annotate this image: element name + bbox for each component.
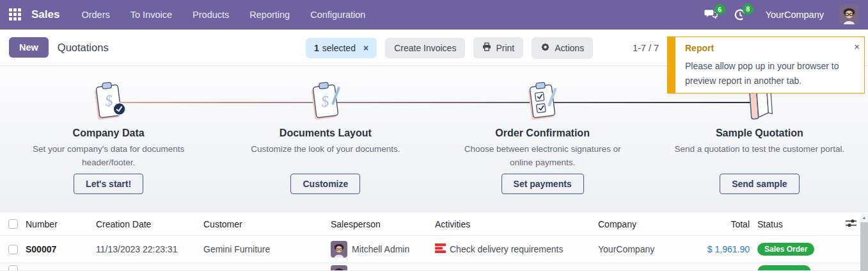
step-title: Company Data: [73, 127, 145, 139]
step-description: Set your company's data for documents he…: [22, 143, 196, 170]
clipboard-dollar-check-icon: $: [90, 80, 128, 122]
gear-icon: [541, 42, 550, 54]
column-header-total[interactable]: Total: [704, 219, 750, 229]
column-header-creation-date[interactable]: Creation Date: [96, 219, 203, 229]
onboarding-step-order-confirmation: Order Confirmation Choose between electr…: [434, 66, 651, 213]
new-button[interactable]: New: [9, 37, 49, 58]
send-sample-button[interactable]: Send sample: [720, 174, 799, 194]
column-header-salesperson[interactable]: Salesperson: [331, 219, 435, 229]
print-button[interactable]: Print: [473, 37, 523, 58]
column-header-status[interactable]: Status: [750, 219, 846, 229]
set-payments-button[interactable]: Set payments: [501, 174, 584, 194]
cell-customer: Gemini Furniture: [203, 244, 331, 254]
actions-label: Actions: [555, 43, 584, 53]
status-badge: Sales Order: [757, 243, 814, 256]
nav-item-configuration[interactable]: Configuration: [310, 10, 365, 20]
clipboard-dollar-pencil-icon: $: [306, 80, 345, 122]
customize-button[interactable]: Customize: [290, 174, 360, 194]
cell-activity: Check delivery requirements: [450, 244, 563, 254]
select-all-checkbox[interactable]: [8, 219, 18, 229]
messages-icon[interactable]: 6: [704, 8, 718, 21]
step-description: Choose between electronic signatures or …: [455, 143, 629, 170]
onboarding-step-company-data: $ Company Data Set your company's data f…: [0, 66, 217, 213]
lets-start-button[interactable]: Let's start!: [74, 174, 143, 194]
toast-accent-bar: [668, 37, 675, 93]
messages-count-badge: 6: [714, 4, 725, 15]
print-label: Print: [496, 43, 514, 53]
nav-item-reporting[interactable]: Reporting: [249, 10, 290, 20]
optional-columns-icon[interactable]: [846, 218, 856, 230]
step-title: Sample Quotation: [716, 127, 803, 139]
scrollbar-thumb[interactable]: [860, 222, 868, 271]
status-badge: [757, 265, 811, 271]
step-description: Customize the look of your documents.: [251, 143, 400, 170]
pager[interactable]: 1-7 / 7: [633, 29, 659, 66]
column-header-number[interactable]: Number: [26, 219, 96, 229]
step-title: Documents Layout: [280, 127, 372, 139]
cell-number: S00007: [26, 244, 96, 254]
table-row-s00007[interactable]: S00007 11/13/2023 22:23:31 Gemini Furnit…: [0, 236, 868, 263]
cell-company: YourCompany: [598, 244, 704, 254]
page-title-breadcrumb: Quotations: [58, 42, 109, 54]
user-avatar[interactable]: [839, 4, 859, 24]
nav-item-products[interactable]: Products: [193, 10, 229, 20]
vertical-scrollbar[interactable]: ▲: [860, 213, 868, 271]
clipboard-checklist-icon: [523, 80, 562, 122]
row-checkbox[interactable]: [8, 265, 18, 271]
nav-item-orders[interactable]: Orders: [81, 10, 109, 20]
cell-total: $ 1,961.90: [704, 244, 750, 254]
top-navbar: Sales Orders To Invoice Products Reporti…: [0, 0, 868, 29]
company-switcher[interactable]: YourCompany: [766, 10, 824, 20]
clear-selection-icon[interactable]: ×: [363, 44, 368, 53]
onboarding-step-documents-layout: $ Documents Layout Customize the look of…: [217, 66, 434, 213]
actions-button[interactable]: Actions: [532, 37, 593, 59]
row-checkbox[interactable]: [8, 245, 18, 254]
column-header-company[interactable]: Company: [598, 219, 704, 229]
table-row-partial[interactable]: [0, 263, 868, 271]
toast-close-icon[interactable]: ×: [854, 42, 860, 51]
salesperson-avatar: [331, 241, 347, 258]
report-toast: Report Please allow pop up in your brows…: [667, 37, 865, 94]
selection-count: 1: [314, 43, 319, 53]
step-description: Send a quotation to test the customer po…: [675, 143, 845, 170]
selection-badge: 1 selected ×: [306, 38, 377, 58]
toast-message: Please allow pop up in your browser to p…: [685, 59, 859, 88]
scroll-up-icon[interactable]: ▲: [860, 213, 868, 220]
table-header-row: Number Creation Date Customer Salesperso…: [0, 213, 868, 236]
activities-clock-icon[interactable]: 8: [734, 8, 746, 21]
create-invoices-button[interactable]: Create Invoices: [385, 38, 465, 58]
onboarding-progress-line: [106, 102, 761, 103]
quotations-list: Number Creation Date Customer Salesperso…: [0, 213, 868, 271]
salesperson-avatar: [331, 265, 347, 271]
selection-label: selected: [322, 43, 356, 53]
column-header-customer[interactable]: Customer: [203, 219, 331, 229]
toast-title: Report: [685, 43, 859, 53]
cell-creation-date: 11/13/2023 22:23:31: [96, 244, 203, 254]
column-header-activities[interactable]: Activities: [435, 219, 598, 229]
app-name-sales[interactable]: Sales: [31, 8, 59, 21]
step-title: Order Confirmation: [495, 127, 590, 139]
cell-salesperson: Mitchell Admin: [352, 244, 409, 254]
activity-list-icon[interactable]: [435, 243, 446, 255]
printer-icon: [482, 42, 491, 53]
apps-grid-icon[interactable]: [9, 8, 21, 21]
create-invoices-label: Create Invoices: [394, 43, 456, 53]
nav-item-to-invoice[interactable]: To Invoice: [130, 10, 172, 20]
activities-count-badge: 8: [743, 4, 754, 15]
main-menu: Orders To Invoice Products Reporting Con…: [81, 10, 365, 20]
